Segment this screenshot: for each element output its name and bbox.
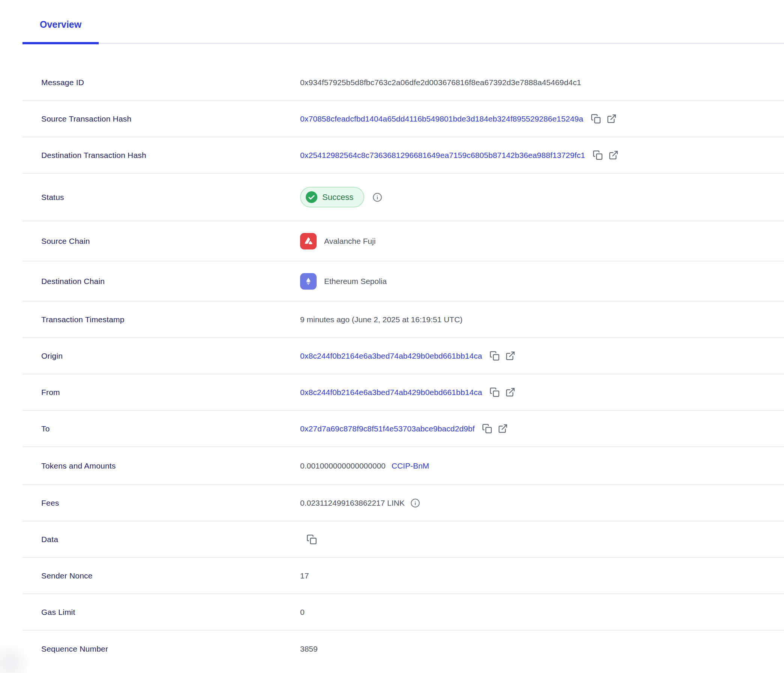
external-link-icon[interactable] [505, 387, 515, 397]
table-row: Fees 0.023112499163862217 LINK [22, 485, 784, 521]
message-id-value: 0x934f57925b5d8fbc763c2a06dfe2d003676816… [300, 78, 581, 87]
copy-icon[interactable] [490, 351, 500, 361]
destination-chain-name: Ethereum Sepolia [324, 277, 387, 286]
info-icon[interactable] [372, 193, 382, 202]
external-link-icon[interactable] [608, 150, 619, 160]
source-chain-label: Source Chain [22, 237, 300, 246]
tab-overview[interactable]: Overview [22, 19, 99, 44]
table-row: Tokens and Amounts 0.001000000000000000 … [22, 447, 784, 485]
fees-label: Fees [22, 499, 300, 508]
token-amount-value: 0.001000000000000000 [300, 462, 386, 471]
table-row: Transaction Timestamp 9 minutes ago (Jun… [22, 302, 784, 338]
external-link-icon[interactable] [505, 351, 515, 361]
to-label: To [22, 424, 300, 433]
destination-tx-hash-label: Destination Transaction Hash [22, 151, 300, 160]
copy-icon[interactable] [593, 150, 603, 160]
copy-icon[interactable] [490, 387, 500, 397]
fees-value: 0.023112499163862217 LINK [300, 499, 405, 508]
transaction-overview-page: Overview Message ID 0x934f57925b5d8fbc76… [0, 0, 784, 673]
table-row: Source Chain Avalanche Fuji [22, 221, 784, 261]
tab-bar: Overview [22, 19, 784, 44]
table-row: Destination Chain Ethereum Sepolia [22, 261, 784, 302]
destination-tx-hash-link[interactable]: 0x25412982564c8c7363681296681649ea7159c6… [300, 151, 585, 160]
info-icon[interactable] [411, 498, 420, 508]
copy-icon[interactable] [591, 113, 601, 124]
data-label: Data [22, 535, 300, 544]
sender-nonce-value: 17 [300, 571, 309, 580]
status-badge-text: Success [322, 193, 353, 202]
origin-address-link[interactable]: 0x8c244f0b2164e6a3bed74ab429b0ebd661bb14… [300, 351, 482, 361]
transaction-timestamp-value: 9 minutes ago (June 2, 2025 at 16:19:51 … [300, 315, 462, 324]
table-row: Origin 0x8c244f0b2164e6a3bed74ab429b0ebd… [22, 338, 784, 375]
table-row: Gas Limit 0 [22, 594, 784, 631]
to-address-link[interactable]: 0x27d7a69c878f9c8f51f4e53703abce9bacd2d9… [300, 424, 474, 433]
external-link-icon[interactable] [498, 424, 508, 434]
from-label: From [22, 388, 300, 397]
source-tx-hash-label: Source Transaction Hash [22, 114, 300, 123]
transaction-details-table: Message ID 0x934f57925b5d8fbc763c2a06dfe… [22, 65, 784, 667]
source-chain-name: Avalanche Fuji [324, 237, 375, 246]
external-link-icon[interactable] [607, 113, 617, 124]
transaction-timestamp-label: Transaction Timestamp [22, 315, 300, 324]
destination-chain-label: Destination Chain [22, 277, 300, 286]
avalanche-chain-icon [300, 233, 317, 249]
table-row: To 0x27d7a69c878f9c8f51f4e53703abce9bacd… [22, 411, 784, 447]
table-row: Source Transaction Hash 0x70858cfeadcfbd… [22, 101, 784, 137]
tokens-and-amounts-label: Tokens and Amounts [22, 462, 300, 471]
gas-limit-label: Gas Limit [22, 608, 300, 617]
sequence-number-label: Sequence Number [22, 645, 300, 653]
from-address-link[interactable]: 0x8c244f0b2164e6a3bed74ab429b0ebd661bb14… [300, 388, 482, 397]
table-row: Destination Transaction Hash 0x254129825… [22, 137, 784, 174]
sender-nonce-label: Sender Nonce [22, 571, 300, 580]
table-row: Sequence Number 3859 [22, 631, 784, 667]
ethereum-chain-icon [300, 273, 317, 290]
status-badge: Success [300, 187, 364, 207]
gas-limit-value: 0 [300, 608, 305, 617]
origin-label: Origin [22, 351, 300, 361]
sequence-number-value: 3859 [300, 645, 318, 653]
status-label: Status [22, 193, 300, 202]
copy-icon[interactable] [306, 534, 317, 545]
check-circle-icon [306, 191, 317, 203]
token-symbol-link[interactable]: CCIP-BnM [392, 462, 429, 471]
copy-icon[interactable] [482, 424, 492, 434]
table-row: Status Success [22, 174, 784, 221]
table-row: From 0x8c244f0b2164e6a3bed74ab429b0ebd66… [22, 375, 784, 411]
source-tx-hash-link[interactable]: 0x70858cfeadcfbd1404a65dd4116b549801bde3… [300, 114, 583, 123]
table-row: Data [22, 521, 784, 558]
message-id-label: Message ID [22, 78, 300, 87]
table-row: Sender Nonce 17 [22, 558, 784, 594]
table-row: Message ID 0x934f57925b5d8fbc763c2a06dfe… [22, 65, 784, 101]
